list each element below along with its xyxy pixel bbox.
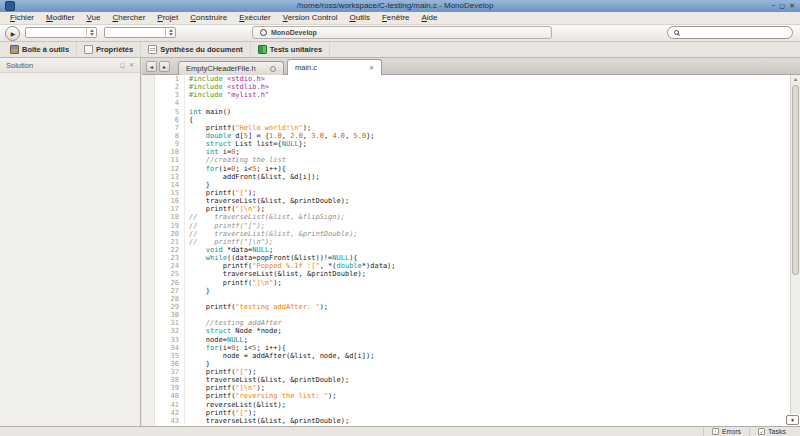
breakpoint-margin[interactable] — [142, 75, 155, 426]
line-number: 34 — [155, 344, 185, 352]
line-number: 27 — [155, 287, 185, 295]
scrollbar-thumb[interactable] — [792, 85, 799, 275]
solution-pad-header: Solution ◻ ✕ — [0, 58, 140, 73]
code-line-text: for(i=0; i<5; i++){ — [189, 165, 286, 173]
code-line-text: printf("["); — [189, 409, 256, 417]
dock-item-tests-unitaires[interactable]: Tests unitaires — [251, 42, 330, 57]
code-line-text: //creating the list — [189, 156, 286, 164]
menu-item-projet[interactable]: Projet — [151, 12, 184, 24]
minimize-icon[interactable]: − — [771, 0, 775, 12]
dock-icon[interactable]: ◻ — [120, 58, 125, 72]
vertical-scrollbar[interactable]: ▲ — [790, 75, 800, 414]
menu-item-modifier[interactable]: Modifier — [40, 12, 80, 24]
solution-tree[interactable] — [0, 73, 140, 426]
code-line: 16 traverseList(&list, &printDouble); — [155, 197, 790, 205]
line-number: 32 — [155, 327, 185, 335]
code-line-text: void *data=NULL; — [189, 246, 273, 254]
code-line: 4 — [155, 99, 790, 107]
tasks-icon: ✓ — [758, 428, 765, 435]
line-number: 12 — [155, 165, 185, 173]
spinner-icon — [86, 28, 96, 37]
code-line-text: printf("]\n"); — [189, 205, 265, 213]
menu-item-construire[interactable]: Construire — [184, 12, 233, 24]
code-line: 28 — [155, 295, 790, 303]
code-line: 35 node = addAfter(&list, node, &d[i]); — [155, 352, 790, 360]
line-number: 15 — [155, 189, 185, 197]
menu-item-version-control[interactable]: Version Control — [277, 12, 344, 24]
code-line-text: printf("]\n"); — [189, 279, 282, 287]
code-line: 17 printf("]\n"); — [155, 205, 790, 213]
line-number: 22 — [155, 246, 185, 254]
line-number: 20 — [155, 230, 185, 238]
window-controls: − ◻ ✕ — [771, 0, 795, 12]
close-pad-icon[interactable]: ✕ — [129, 58, 134, 72]
tab-prev-button[interactable]: ◂ — [146, 61, 157, 72]
code-line: 39 printf("]\n"); — [155, 384, 790, 392]
code-line: 22 void *data=NULL; — [155, 246, 790, 254]
properties-icon — [84, 45, 93, 54]
code-line-text: { — [189, 116, 193, 124]
document-outline-icon — [148, 45, 157, 54]
code-line-text: } — [189, 181, 210, 189]
code-line: 6{ — [155, 116, 790, 124]
menu-item-aide[interactable]: Aide — [416, 12, 444, 24]
title-bar[interactable]: /home/ross/workspace/C-testing/main.c - … — [0, 0, 800, 12]
code-editor[interactable]: 1#include <stdio.h>2#include <stdlib.h>3… — [142, 75, 790, 426]
menu-item-ex-cuter[interactable]: Exécuter — [233, 12, 277, 24]
target-combobox[interactable] — [104, 27, 176, 38]
errors-label: Errors — [722, 428, 741, 435]
tab-close-icon[interactable]: ✕ — [369, 64, 374, 71]
tab-main-c[interactable]: main.c✕ — [287, 59, 382, 75]
menu-item-chercher[interactable]: Chercher — [106, 12, 151, 24]
main-toolbar: ▶ MonoDevelop — [0, 25, 800, 42]
code-line-text: reverseList(&list); — [189, 401, 286, 409]
code-line: 5int main() — [155, 108, 790, 116]
code-line-text: } — [189, 360, 210, 368]
line-number: 1 — [155, 75, 185, 83]
dock-item-propri-t-s[interactable]: Propriétés — [77, 42, 141, 57]
code-line: 25 traverseList(&list, &printDouble); — [155, 270, 790, 278]
monodevelop-logo-icon — [260, 29, 267, 36]
tab-close-icon[interactable] — [270, 66, 276, 72]
dock-item-synth-se-du-document[interactable]: Synthèse du document — [141, 42, 251, 57]
menu-item-fichier[interactable]: Fichier — [4, 12, 40, 24]
code-line: 24 printf("Popped %.1f :[", *(double*)da… — [155, 262, 790, 270]
dock-item-label: Boîte à outils — [22, 45, 69, 54]
errors-icon: ! — [712, 428, 719, 435]
code-line-text: // printf("["); — [189, 222, 265, 230]
line-number: 23 — [155, 254, 185, 262]
line-number: 3 — [155, 91, 185, 99]
close-icon[interactable]: ✕ — [789, 0, 795, 12]
code-line: 1#include <stdio.h> — [155, 75, 790, 83]
tab-bar: ◂ ▸ EmptyCHeaderFile.hmain.c✕ — [142, 58, 800, 75]
menu-item-fen-tre[interactable]: Fenêtre — [376, 12, 416, 24]
code-line: 19// printf("["); — [155, 222, 790, 230]
code-line-text: traverseList(&list, &printDouble); — [189, 417, 349, 425]
run-button[interactable]: ▶ — [5, 26, 20, 41]
play-icon: ▶ — [11, 31, 16, 37]
maximize-icon[interactable]: ◻ — [779, 0, 785, 12]
code-line: 30 — [155, 311, 790, 319]
configuration-combobox[interactable] — [25, 27, 97, 38]
code-line: 32 struct Node *node; — [155, 327, 790, 335]
line-number: 42 — [155, 409, 185, 417]
tab-next-button[interactable]: ▸ — [159, 61, 170, 72]
errors-button[interactable]: ! Errors — [703, 427, 749, 436]
window-title: /home/ross/workspace/C-testing/main.c - … — [19, 0, 771, 12]
line-number: 28 — [155, 295, 185, 303]
tab-emptycheaderfile-h[interactable]: EmptyCHeaderFile.h — [178, 61, 284, 75]
toolbox-icon — [10, 45, 19, 54]
quick-task-dropdown[interactable]: ▼ — [786, 415, 799, 425]
code-line: 40 printf("reversing the list: "); — [155, 392, 790, 400]
line-number: 33 — [155, 336, 185, 344]
tasks-button[interactable]: ✓ Tasks — [749, 427, 794, 436]
dock-item-bo-te-outils[interactable]: Boîte à outils — [3, 42, 77, 57]
tab-strip: EmptyCHeaderFile.hmain.c✕ — [178, 59, 385, 75]
dock-item-label: Propriétés — [96, 45, 133, 54]
menu-item-outils[interactable]: Outils — [343, 12, 375, 24]
code-line-text: struct List list={NULL}; — [189, 140, 307, 148]
search-input[interactable] — [667, 26, 793, 39]
code-line-text: double d[5] = {1.0, 2.0, 3.0, 4.0, 5.0}; — [189, 132, 375, 140]
scroll-up-icon[interactable]: ▲ — [791, 75, 800, 83]
menu-item-vue[interactable]: Vue — [80, 12, 106, 24]
